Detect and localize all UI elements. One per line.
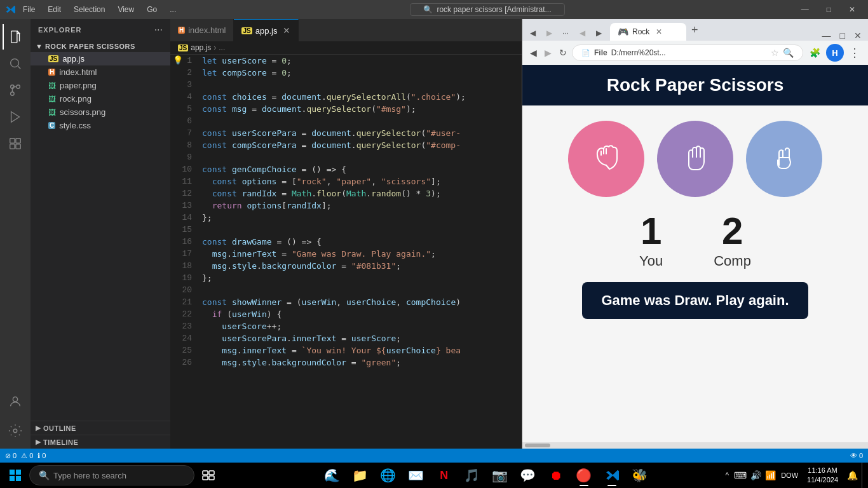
taskbar-app-edge[interactable]: 🌊: [318, 463, 346, 488]
project-folder-label: ROCK PAPER SCISSORS: [45, 43, 135, 50]
browser-address-bar[interactable]: 📄 File D:/mern%20st... ☆ 🔍: [572, 44, 803, 61]
taskbar-app-explorer[interactable]: 📁: [346, 463, 374, 488]
chevron-down-icon: ▼: [36, 43, 43, 50]
sidebar-item-rockpng[interactable]: 🖼 rock.png: [31, 92, 170, 105]
svg-rect-22: [203, 476, 208, 480]
sidebar-item-indexhtml[interactable]: H index.html: [31, 65, 170, 79]
status-errors[interactable]: ⊘ 0 ⚠ 0 ℹ 0: [5, 452, 46, 460]
browser-window-restore[interactable]: □: [836, 30, 849, 41]
line-num-11: 11: [175, 175, 192, 187]
activity-extensions[interactable]: [3, 131, 28, 156]
start-button[interactable]: [3, 463, 28, 488]
browser-back-button[interactable]: ◀: [527, 45, 539, 60]
file-name-scissorspng: scissors.png: [60, 107, 105, 117]
browser-nav-prev2[interactable]: ◀: [574, 25, 590, 41]
code-line-11: const options = ["rock", "paper", "sciss…: [202, 175, 517, 187]
sidebar-timeline[interactable]: ▶ TIMELINE: [31, 435, 170, 449]
activity-explorer[interactable]: [3, 24, 28, 50]
taskbar-app-vscode[interactable]: [598, 463, 626, 488]
choice-paper-button[interactable]: [657, 121, 733, 197]
browser-tab-close-icon[interactable]: ✕: [656, 27, 662, 36]
systray-keyboard[interactable]: ⌨: [733, 469, 748, 482]
window-minimize[interactable]: —: [794, 3, 817, 17]
systray-network[interactable]: 📶: [764, 469, 777, 482]
menu-go[interactable]: Go: [142, 4, 162, 15]
taskbar-app-chrome[interactable]: 🔴: [570, 463, 598, 488]
activity-search[interactable]: [3, 51, 28, 76]
taskbar-app-whatsapp[interactable]: 💬: [514, 463, 542, 488]
game-message: Game was Draw. Play again.: [582, 282, 808, 319]
line-num-24: 24: [175, 332, 192, 344]
browser-window-minimize[interactable]: —: [818, 30, 835, 41]
window-maximize[interactable]: □: [819, 3, 839, 17]
game-title-bar: Rock Paper Scissors: [522, 65, 868, 105]
menu-more[interactable]: ...: [165, 4, 181, 15]
browser-nav-ellipsis[interactable]: ···: [558, 25, 573, 41]
js-breadcrumb-icon: JS: [178, 44, 188, 51]
sidebar-item-appjs[interactable]: JS app.js: [31, 52, 170, 65]
notification-button[interactable]: 🔔: [844, 469, 860, 482]
choice-scissors-button[interactable]: [746, 121, 822, 197]
breadcrumb-filename[interactable]: app.js: [191, 43, 211, 52]
browser-profile-button[interactable]: H: [826, 44, 844, 62]
sidebar-item-scissorspng[interactable]: 🖼 scissors.png: [31, 105, 170, 119]
tab-close-icon[interactable]: ✕: [283, 25, 290, 36]
taskbar-app-windows[interactable]: ⊞: [290, 463, 318, 488]
browser-nav-next[interactable]: ▶: [541, 25, 557, 41]
menu-selection[interactable]: Selection: [69, 4, 110, 15]
tab-appjs[interactable]: JS app.js ✕: [234, 19, 299, 41]
menu-file[interactable]: File: [18, 4, 40, 15]
systray-speaker[interactable]: 🔊: [749, 469, 763, 482]
taskbar-app-bee[interactable]: 🐝: [626, 463, 654, 488]
sidebar-item-paperpng[interactable]: 🖼 paper.png: [31, 79, 170, 92]
activity-run[interactable]: [3, 104, 28, 130]
browser-new-tab-button[interactable]: +: [688, 24, 702, 37]
show-desktop-button[interactable]: [862, 463, 865, 488]
activity-source-control[interactable]: [3, 78, 28, 103]
activity-profile[interactable]: [3, 389, 28, 414]
code-line-14: };: [202, 212, 517, 224]
browser-nav-prev[interactable]: ◀: [525, 25, 540, 41]
project-folder[interactable]: ▼ ROCK PAPER SCISSORS: [31, 41, 170, 52]
title-search-box[interactable]: 🔍 rock paper scissors [Administrat...: [410, 3, 564, 16]
sidebar-more-icon[interactable]: ···: [154, 24, 163, 36]
browser-window-close[interactable]: ✕: [850, 30, 865, 41]
browser-nav-next2[interactable]: ▶: [591, 25, 606, 41]
main-area: EXPLORER ··· ▼ ROCK PAPER SCISSORS JS ap…: [0, 19, 868, 449]
browser-forward-button[interactable]: ▶: [542, 45, 554, 60]
browser-refresh-button[interactable]: ↻: [557, 45, 569, 60]
browser-tab-rock[interactable]: 🎮 Rock ✕: [610, 23, 686, 41]
scrollbar-thumb[interactable]: [525, 444, 550, 447]
taskbar-search[interactable]: 🔍 Type here to search: [29, 465, 194, 485]
browser-extension-icon[interactable]: 🧩: [806, 44, 824, 62]
address-lens-icon[interactable]: 🔍: [783, 48, 794, 58]
menu-edit[interactable]: Edit: [43, 4, 66, 15]
svg-rect-21: [209, 471, 214, 475]
browser-menu-button[interactable]: ⋮: [846, 43, 863, 62]
systray-arrow[interactable]: ^: [723, 470, 732, 481]
tab-indexhtml[interactable]: H index.html: [170, 19, 234, 41]
sidebar-outline[interactable]: ▶ OUTLINE: [31, 421, 170, 435]
choice-rock-button[interactable]: [568, 121, 644, 197]
taskbar-app-f[interactable]: 🎵: [458, 463, 486, 488]
address-star-icon[interactable]: ☆: [771, 48, 779, 58]
sidebar-item-stylecss[interactable]: C style.css: [31, 119, 170, 132]
taskbar-app-mail[interactable]: ✉️: [402, 463, 430, 488]
line-num-7: 7: [175, 127, 192, 139]
window-close[interactable]: ✕: [841, 3, 863, 17]
code-line-21: const showWinner = (userWin, userChoice,…: [202, 296, 517, 308]
line-num-15: 15: [175, 224, 192, 236]
editor-code-area[interactable]: 💡 1 2 3 4 5 6 7 8 9 10 11 12 13 14 1: [170, 55, 522, 449]
taskbar-app-netflix[interactable]: N: [430, 463, 458, 488]
taskbar-app-instagram[interactable]: 📷: [486, 463, 514, 488]
menu-view[interactable]: View: [112, 4, 139, 15]
taskbar-clock[interactable]: 11:16 AM 11/4/2024: [802, 466, 843, 485]
taskbar-app-internet[interactable]: 🌐: [374, 463, 402, 488]
task-view-button[interactable]: [196, 463, 221, 488]
taskbar-app-record[interactable]: ⏺: [542, 463, 570, 488]
code-line-3: [202, 79, 517, 91]
browser-scrollbar-h[interactable]: [522, 442, 868, 449]
game-scores-row: 1 You 2 Comp: [639, 212, 751, 269]
activity-settings[interactable]: [3, 418, 28, 444]
files-icon: [9, 30, 23, 44]
